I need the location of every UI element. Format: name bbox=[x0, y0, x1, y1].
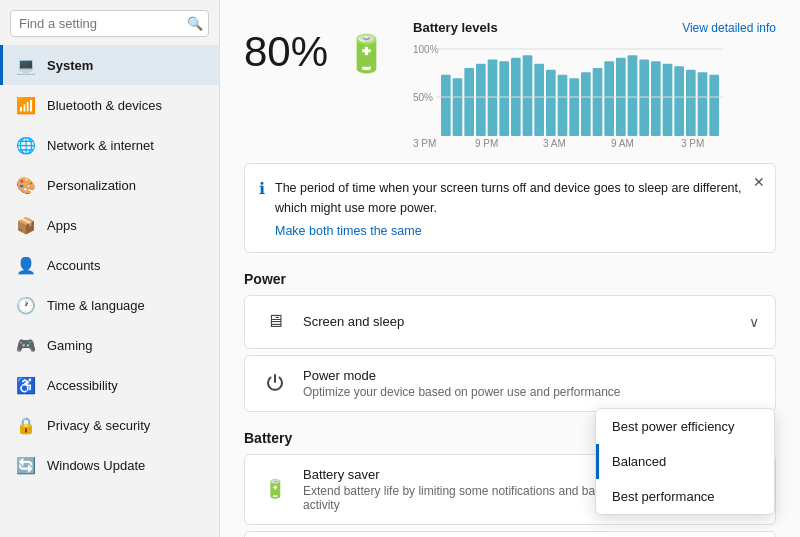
dropdown-item-balanced[interactable]: Balanced bbox=[596, 444, 774, 479]
dropdown-item-performance[interactable]: Best performance bbox=[596, 479, 774, 514]
chart-title: Battery levels bbox=[413, 20, 498, 35]
screen-sleep-icon: 🖥 bbox=[261, 308, 289, 336]
svg-rect-2 bbox=[441, 75, 451, 136]
power-mode-icon bbox=[261, 369, 289, 397]
svg-text:100%: 100% bbox=[413, 44, 439, 55]
nav-label-time: Time & language bbox=[47, 298, 145, 313]
svg-rect-10 bbox=[534, 64, 544, 136]
nav-label-privacy: Privacy & security bbox=[47, 418, 150, 433]
svg-text:3 PM: 3 PM bbox=[413, 138, 436, 149]
battery-usage-row[interactable]: Battery usage › bbox=[245, 532, 775, 538]
svg-text:3 PM: 3 PM bbox=[681, 138, 704, 149]
battery-large-icon: 🔋 bbox=[344, 33, 389, 75]
sidebar-item-update[interactable]: 🔄 Windows Update bbox=[0, 445, 219, 485]
sidebar-item-accounts[interactable]: 👤 Accounts bbox=[0, 245, 219, 285]
nav-label-update: Windows Update bbox=[47, 458, 145, 473]
close-info-button[interactable]: ✕ bbox=[753, 174, 765, 190]
nav-icon-time: 🕐 bbox=[15, 294, 37, 316]
power-mode-row[interactable]: Power mode Optimize your device based on… bbox=[245, 356, 775, 411]
nav-label-system: System bbox=[47, 58, 93, 73]
screen-sleep-name: Screen and sleep bbox=[303, 314, 749, 329]
svg-rect-16 bbox=[604, 61, 614, 136]
sidebar-item-personalization[interactable]: 🎨 Personalization bbox=[0, 165, 219, 205]
svg-rect-12 bbox=[558, 75, 568, 136]
svg-rect-18 bbox=[628, 55, 638, 136]
nav-items: 💻 System 📶 Bluetooth & devices 🌐 Network… bbox=[0, 45, 219, 537]
sidebar: 🔍 💻 System 📶 Bluetooth & devices 🌐 Netwo… bbox=[0, 0, 220, 537]
svg-rect-15 bbox=[593, 68, 603, 136]
search-input[interactable] bbox=[19, 16, 187, 31]
power-mode-dropdown: Best power efficiency Balanced Best perf… bbox=[595, 408, 775, 515]
power-mode-name: Power mode bbox=[303, 368, 759, 383]
svg-rect-21 bbox=[663, 64, 673, 136]
nav-icon-bluetooth: 📶 bbox=[15, 94, 37, 116]
svg-rect-13 bbox=[569, 78, 579, 136]
sidebar-item-accessibility[interactable]: ♿ Accessibility bbox=[0, 365, 219, 405]
sidebar-item-system[interactable]: 💻 System bbox=[0, 45, 219, 85]
svg-rect-23 bbox=[686, 70, 696, 136]
svg-rect-22 bbox=[674, 66, 684, 136]
svg-rect-25 bbox=[709, 75, 719, 136]
make-same-link[interactable]: Make both times the same bbox=[275, 224, 761, 238]
svg-rect-20 bbox=[651, 61, 661, 136]
nav-label-accounts: Accounts bbox=[47, 258, 100, 273]
svg-rect-19 bbox=[639, 60, 649, 137]
screen-sleep-chevron: ∨ bbox=[749, 314, 759, 330]
power-section-header: Power bbox=[244, 271, 776, 287]
nav-icon-personalization: 🎨 bbox=[15, 174, 37, 196]
svg-rect-3 bbox=[453, 78, 463, 136]
svg-text:9 PM: 9 PM bbox=[475, 138, 498, 149]
sidebar-item-gaming[interactable]: 🎮 Gaming bbox=[0, 325, 219, 365]
nav-label-accessibility: Accessibility bbox=[47, 378, 118, 393]
search-box[interactable]: 🔍 bbox=[10, 10, 209, 37]
dropdown-item-efficiency[interactable]: Best power efficiency bbox=[596, 409, 774, 444]
view-detailed-link[interactable]: View detailed info bbox=[682, 21, 776, 35]
svg-rect-7 bbox=[499, 61, 509, 136]
sidebar-item-bluetooth[interactable]: 📶 Bluetooth & devices bbox=[0, 85, 219, 125]
svg-text:3 AM: 3 AM bbox=[543, 138, 566, 149]
nav-label-personalization: Personalization bbox=[47, 178, 136, 193]
nav-icon-accessibility: ♿ bbox=[15, 374, 37, 396]
nav-label-gaming: Gaming bbox=[47, 338, 93, 353]
svg-text:9 AM: 9 AM bbox=[611, 138, 634, 149]
svg-rect-5 bbox=[476, 64, 486, 136]
battery-percent: 80% bbox=[244, 28, 328, 76]
sidebar-item-apps[interactable]: 📦 Apps bbox=[0, 205, 219, 245]
nav-icon-network: 🌐 bbox=[15, 134, 37, 156]
power-mode-desc: Optimize your device based on power use … bbox=[303, 385, 759, 399]
nav-icon-accounts: 👤 bbox=[15, 254, 37, 276]
nav-icon-update: 🔄 bbox=[15, 454, 37, 476]
top-area: 80% 🔋 Battery levels View detailed info … bbox=[244, 20, 776, 149]
nav-icon-gaming: 🎮 bbox=[15, 334, 37, 356]
svg-rect-6 bbox=[488, 60, 498, 137]
svg-rect-9 bbox=[523, 55, 533, 136]
nav-icon-privacy: 🔒 bbox=[15, 414, 37, 436]
info-box: ℹ The period of time when your screen tu… bbox=[244, 163, 776, 253]
sidebar-item-time[interactable]: 🕐 Time & language bbox=[0, 285, 219, 325]
search-icon: 🔍 bbox=[187, 16, 203, 31]
battery-usage-card: Battery usage › bbox=[244, 531, 776, 538]
screen-sleep-row[interactable]: 🖥 Screen and sleep ∨ bbox=[245, 296, 775, 348]
svg-rect-14 bbox=[581, 72, 591, 136]
nav-label-bluetooth: Bluetooth & devices bbox=[47, 98, 162, 113]
svg-text:50%: 50% bbox=[413, 92, 433, 103]
info-content: The period of time when your screen turn… bbox=[275, 178, 761, 238]
svg-rect-24 bbox=[698, 72, 708, 136]
nav-icon-system: 💻 bbox=[15, 54, 37, 76]
svg-rect-11 bbox=[546, 70, 556, 136]
power-section: Power 🖥 Screen and sleep ∨ bbox=[244, 271, 776, 412]
sidebar-item-network[interactable]: 🌐 Network & internet bbox=[0, 125, 219, 165]
power-mode-card: Power mode Optimize your device based on… bbox=[244, 355, 776, 412]
info-icon: ℹ bbox=[259, 179, 265, 198]
battery-chart: 100% 50% 3 PM 9 PM 3 AM 9 AM 3 PM bbox=[413, 39, 723, 149]
battery-chart-section: Battery levels View detailed info 100% 5… bbox=[413, 20, 776, 149]
battery-saver-icon: 🔋 bbox=[261, 475, 289, 503]
sidebar-item-privacy[interactable]: 🔒 Privacy & security bbox=[0, 405, 219, 445]
nav-label-apps: Apps bbox=[47, 218, 77, 233]
screen-sleep-card: 🖥 Screen and sleep ∨ bbox=[244, 295, 776, 349]
svg-rect-4 bbox=[464, 68, 474, 136]
chart-header: Battery levels View detailed info bbox=[413, 20, 776, 35]
main-content: 80% 🔋 Battery levels View detailed info … bbox=[220, 0, 800, 537]
nav-label-network: Network & internet bbox=[47, 138, 154, 153]
info-text: The period of time when your screen turn… bbox=[275, 181, 741, 215]
